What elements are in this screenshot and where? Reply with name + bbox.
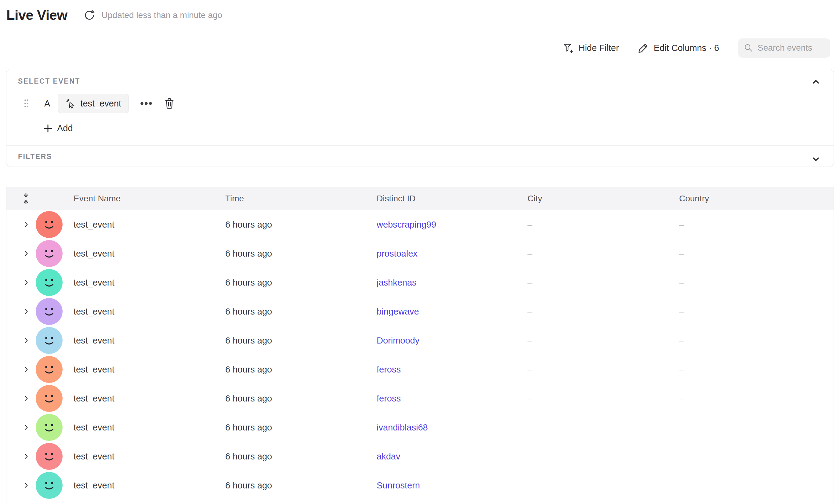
event-name-cell: test_event (73, 364, 225, 375)
distinct-id-link[interactable]: bingewave (377, 307, 419, 317)
avatar (36, 269, 63, 296)
distinct-id-link[interactable]: feross (377, 394, 401, 403)
country-cell: – (679, 451, 834, 462)
city-cell: – (527, 277, 679, 288)
column-header-time: Time (225, 194, 377, 203)
row-expand-chevron-icon[interactable] (22, 337, 30, 344)
avatar-face-icon (39, 418, 59, 437)
event-name-cell: test_event (73, 481, 225, 490)
distinct-id-link[interactable]: ivandiblasi68 (377, 422, 428, 432)
pencil-icon (638, 42, 649, 53)
distinct-id-link[interactable]: Sunrostern (377, 481, 420, 490)
country-cell: – (679, 307, 834, 317)
table-row: test_event 6 hours ago feross – – (6, 384, 834, 413)
table-header-row: Event Name Time Distinct ID City Country (6, 187, 834, 210)
column-header-distinct-id: Distinct ID (377, 194, 527, 203)
collapse-section-chevron-up-icon[interactable] (811, 77, 821, 87)
search-input[interactable] (757, 43, 825, 53)
cursor-click-icon (66, 98, 76, 109)
row-expand-chevron-icon[interactable] (22, 278, 30, 287)
distinct-id-link[interactable]: jashkenas (377, 277, 417, 287)
add-button-label: Add (57, 123, 73, 133)
table-row: test_event 6 hours ago ivandiblasi68 – – (6, 413, 834, 442)
search-box[interactable] (738, 38, 830, 58)
expand-filters-chevron-down-icon[interactable] (811, 155, 821, 164)
live-view-page: Live View Updated less than a minute ago… (0, 0, 840, 504)
events-table: Event Name Time Distinct ID City Country (6, 187, 834, 504)
distinct-id-link[interactable]: feross (377, 364, 401, 374)
city-cell: – (527, 481, 679, 490)
avatar (36, 240, 63, 267)
event-name-cell: test_event (73, 220, 225, 230)
edit-columns-button[interactable]: Edit Columns · 6 (638, 42, 719, 53)
edit-columns-label: Edit Columns · 6 (654, 43, 719, 53)
distinct-id-link[interactable]: akdav (377, 451, 400, 461)
row-expand-chevron-icon[interactable] (22, 395, 30, 402)
city-cell: – (527, 220, 679, 230)
avatar-face-icon (39, 331, 59, 350)
updated-status: Updated less than a minute ago (102, 11, 222, 20)
refresh-button[interactable] (83, 9, 95, 21)
trash-icon (164, 97, 175, 109)
row-expand-chevron-icon[interactable] (22, 250, 30, 257)
avatar (36, 298, 63, 325)
row-expand-chevron-icon[interactable] (22, 365, 30, 374)
event-name-cell: test_event (73, 249, 225, 259)
country-cell: – (679, 336, 834, 346)
row-lead-cell (6, 210, 73, 239)
time-cell: 6 hours ago (225, 451, 377, 462)
avatar (36, 356, 63, 383)
distinct-id-link[interactable]: prostoalex (377, 249, 418, 258)
filter-icon (562, 42, 574, 53)
time-cell: 6 hours ago (225, 249, 377, 259)
page-header: Live View Updated less than a minute ago (6, 7, 222, 23)
country-cell: – (679, 249, 834, 259)
city-cell: – (527, 451, 679, 462)
city-cell: – (527, 364, 679, 375)
row-lead-cell (6, 355, 73, 384)
column-header-event-name: Event Name (73, 194, 225, 203)
table-row: test_event 6 hours ago webscraping99 – – (6, 210, 834, 239)
row-expand-chevron-icon[interactable] (22, 482, 30, 489)
add-event-button[interactable]: Add (43, 123, 73, 133)
hide-filter-button[interactable]: Hide Filter (562, 42, 619, 53)
row-lead-cell (6, 297, 73, 326)
selected-event-chip[interactable]: test_event (58, 94, 129, 113)
event-options-button[interactable] (137, 99, 155, 108)
time-cell: 6 hours ago (225, 220, 377, 230)
row-expand-chevron-icon[interactable] (22, 452, 30, 461)
collapse-rows-icon[interactable] (21, 192, 31, 205)
event-name-cell: test_event (73, 422, 225, 433)
avatar (36, 443, 63, 470)
avatar (36, 385, 63, 412)
plus-icon (43, 124, 53, 133)
row-expand-chevron-icon[interactable] (22, 307, 30, 316)
distinct-id-link[interactable]: webscraping99 (377, 220, 436, 230)
country-cell: – (679, 422, 834, 433)
row-expand-chevron-icon[interactable] (22, 220, 30, 229)
kebab-menu-icon (140, 101, 153, 106)
time-cell: 6 hours ago (225, 336, 377, 346)
refresh-icon (84, 10, 95, 21)
avatar-face-icon (39, 273, 59, 292)
table-row: test_event 6 hours ago jashkenas – – (6, 268, 834, 297)
time-cell: 6 hours ago (225, 481, 377, 490)
row-lead-cell (6, 268, 73, 297)
avatar (36, 414, 63, 441)
row-lead-cell (6, 471, 73, 500)
avatar (36, 211, 63, 238)
table-body: test_event 6 hours ago webscraping99 – –… (6, 210, 834, 500)
column-header-country: Country (679, 194, 834, 203)
toolbar: Hide Filter Edit Columns · 6 (562, 38, 830, 58)
search-icon (743, 43, 753, 53)
row-expand-chevron-icon[interactable] (22, 424, 30, 431)
time-cell: 6 hours ago (225, 422, 377, 433)
country-cell: – (679, 277, 834, 288)
time-cell: 6 hours ago (225, 394, 377, 403)
distinct-id-link[interactable]: Dorimoody (377, 336, 419, 345)
avatar-face-icon (39, 389, 59, 408)
delete-event-button[interactable] (163, 96, 176, 110)
query-builder-panel: SELECT EVENT A test_event (6, 69, 834, 167)
drag-handle-icon[interactable] (23, 98, 29, 108)
avatar-face-icon (39, 475, 59, 495)
